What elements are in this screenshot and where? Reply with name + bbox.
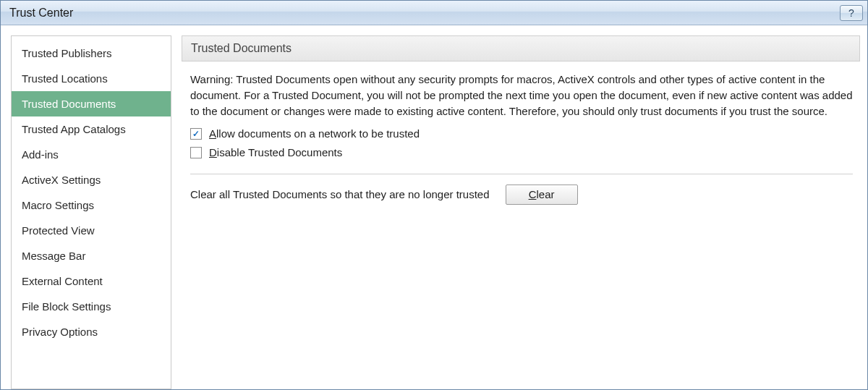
- checkbox-icon[interactable]: [190, 147, 202, 158]
- sidebar-item-trusted-documents[interactable]: Trusted Documents: [12, 91, 171, 116]
- sidebar-item-trusted-publishers[interactable]: Trusted Publishers: [12, 41, 171, 66]
- sidebar-item-add-ins[interactable]: Add-ins: [12, 142, 171, 167]
- checkbox-label: Disable Trusted Documents: [209, 145, 342, 161]
- titlebar: Trust Center ?: [1, 1, 867, 25]
- sidebar-item-external-content[interactable]: External Content: [12, 268, 171, 294]
- checkbox-icon[interactable]: [190, 128, 202, 140]
- section-content: Warning: Trusted Documents open without …: [182, 62, 860, 205]
- checkbox-label: Allow documents on a network to be trust…: [209, 126, 420, 142]
- section-header: Trusted Documents: [182, 35, 860, 62]
- option-disable-trusted-documents[interactable]: Disable Trusted Documents: [190, 145, 853, 161]
- warning-text: Warning: Trusted Documents open without …: [190, 72, 853, 119]
- clear-row: Clear all Trusted Documents so that they…: [190, 185, 853, 205]
- clear-button[interactable]: Clear: [506, 185, 578, 205]
- sidebar-item-protected-view[interactable]: Protected View: [12, 218, 171, 243]
- category-sidebar: Trusted Publishers Trusted Locations Tru…: [11, 35, 171, 389]
- sidebar-item-trusted-locations[interactable]: Trusted Locations: [12, 66, 171, 91]
- window-controls: ?: [838, 5, 863, 21]
- divider: [190, 174, 853, 174]
- sidebar-item-macro-settings[interactable]: Macro Settings: [12, 192, 171, 218]
- help-icon: ?: [848, 7, 854, 19]
- sidebar-item-message-bar[interactable]: Message Bar: [12, 243, 171, 268]
- option-allow-network-trusted[interactable]: Allow documents on a network to be trust…: [190, 126, 853, 142]
- sidebar-item-privacy-options[interactable]: Privacy Options: [12, 319, 171, 344]
- window-title: Trust Center: [9, 7, 73, 20]
- sidebar-item-activex-settings[interactable]: ActiveX Settings: [12, 167, 171, 192]
- main-panel: Trusted Documents Warning: Trusted Docum…: [176, 25, 867, 389]
- help-button[interactable]: ?: [840, 5, 863, 21]
- sidebar-item-file-block-settings[interactable]: File Block Settings: [12, 294, 171, 319]
- dialog-body: Trusted Publishers Trusted Locations Tru…: [1, 25, 867, 389]
- clear-description: Clear all Trusted Documents so that they…: [190, 187, 490, 203]
- trust-center-window: Trust Center ? Trusted Publishers Truste…: [0, 0, 868, 390]
- sidebar-item-trusted-app-catalogs[interactable]: Trusted App Catalogs: [12, 116, 171, 142]
